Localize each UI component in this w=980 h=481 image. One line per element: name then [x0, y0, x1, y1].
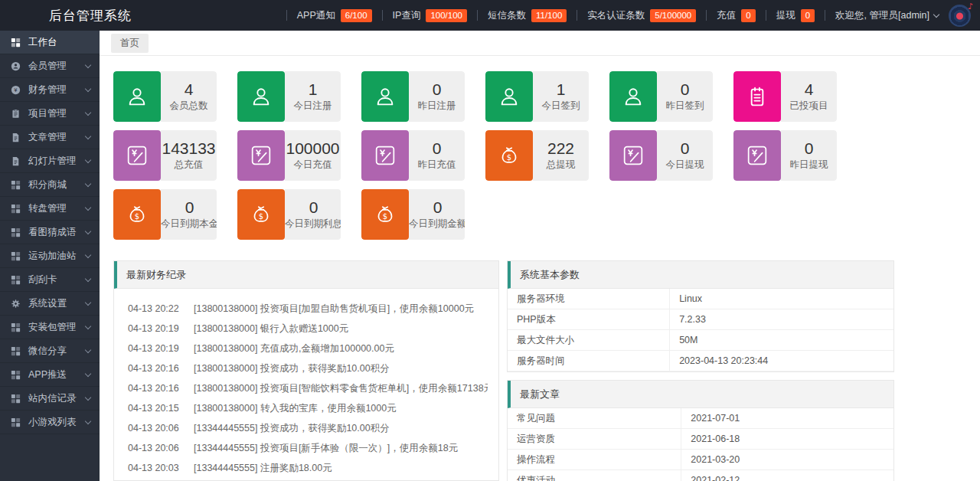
- svg-text:$: $: [507, 153, 511, 162]
- header-stat-badge: 6/100: [341, 9, 372, 22]
- article-row-label: 常见问题: [508, 408, 681, 429]
- yen-square-icon: [609, 130, 657, 181]
- header-stat-实名认证条数[interactable]: 实名认证条数5/100000: [587, 9, 696, 22]
- sidebar-item-刮刮卡[interactable]: 刮刮卡: [0, 268, 100, 292]
- header-stat-提现[interactable]: 提现0: [776, 9, 815, 22]
- stat-card-今日提现: 0今日提现: [609, 130, 713, 181]
- system-param-row: 服务器时间2023-04-13 20:23:44: [508, 351, 893, 371]
- financial-records-list: 04-13 20:22[13800138000] 投资项目[加盟自助售货机项目]…: [114, 289, 498, 478]
- chevron-down-icon: [85, 394, 91, 400]
- grid-icon: [10, 393, 21, 404]
- sidebar-item-项目管理[interactable]: 项目管理: [0, 102, 100, 126]
- sidebar-item-APP推送[interactable]: APP推送: [0, 363, 100, 387]
- system-param-row: 最大文件大小50M: [508, 330, 893, 351]
- system-param-row-label: PHP版本: [508, 309, 670, 330]
- sidebar-item-转盘管理[interactable]: 转盘管理: [0, 197, 100, 221]
- record-text: [13800138000] 银行入款赠送1000元: [194, 319, 348, 339]
- sidebar-item-label: 项目管理: [28, 107, 67, 120]
- record-text: [13800138000] 投资成功，获得奖励10.00积分: [194, 358, 390, 378]
- chevron-down-icon: [85, 322, 91, 329]
- header-stat-badge: 0: [801, 9, 815, 22]
- sidebar-item-label: 财务管理: [28, 83, 67, 97]
- stat-card-昨日签到: 0昨日签到: [609, 71, 713, 122]
- sidebar-item-系统设置[interactable]: 系统设置: [0, 292, 100, 316]
- header-stat-badge: 11/100: [531, 9, 567, 22]
- sidebar-item-会员管理[interactable]: 会员管理: [0, 54, 100, 78]
- stat-card-昨日注册: 0昨日注册: [361, 71, 465, 122]
- header-stat-IP查询[interactable]: IP查询100/100: [393, 9, 467, 22]
- chevron-down-icon: [85, 227, 91, 234]
- sidebar-item-运动加油站[interactable]: 运动加油站: [0, 244, 100, 268]
- record-text: [13800138000] 投资项目[智能饮料零食售货柜单机]，使用余额1713…: [194, 378, 488, 398]
- stat-label: 昨日提现: [790, 159, 828, 172]
- sidebar-item-文章管理[interactable]: 文章管理: [0, 126, 100, 149]
- header-separator: [577, 10, 577, 21]
- user-menu[interactable]: 欢迎您, 管理员[admin]: [835, 9, 939, 22]
- user-icon: [485, 71, 533, 122]
- sidebar-item-小游戏列表[interactable]: 小游戏列表: [0, 411, 100, 434]
- stat-value: 100000: [286, 139, 339, 157]
- record-time: 04-13 20:06: [128, 418, 194, 438]
- tab-home[interactable]: 首页: [111, 34, 149, 53]
- stat-card-body: 0今日到期金额: [409, 189, 465, 240]
- stat-card-会员总数: 4会员总数: [113, 71, 217, 122]
- header-stat-APP通知[interactable]: APP通知6/100: [297, 9, 372, 22]
- user-avatar[interactable]: ♪: [949, 5, 971, 27]
- stat-value: 0: [805, 139, 814, 157]
- grid-icon: [10, 345, 21, 357]
- moneybag-icon: $: [361, 189, 409, 240]
- stat-value: 0: [433, 198, 443, 216]
- sidebar-item-label: 积分商城: [28, 178, 67, 191]
- sidebar-item-幻灯片管理[interactable]: 幻灯片管理: [0, 149, 100, 173]
- grid-icon: [10, 417, 21, 428]
- article-row-label: 操作流程: [508, 450, 681, 470]
- header-stat-短信条数[interactable]: 短信条数11/100: [488, 9, 567, 22]
- stat-card-昨日充值: 0昨日充值: [361, 130, 465, 181]
- top-header: 后台管理系统 APP通知6/100IP查询100/100短信条数11/100实名…: [0, 0, 980, 31]
- chevron-down-icon: [85, 85, 91, 91]
- moneybag-icon: $: [113, 189, 161, 240]
- header-stat-充值[interactable]: 充值0: [717, 9, 755, 22]
- record-time: 04-13 20:16: [128, 358, 194, 378]
- stat-value: 0: [185, 198, 194, 216]
- sidebar-item-label: 看图猜成语: [28, 226, 77, 239]
- stat-value: 0: [681, 139, 690, 157]
- sidebar-item-安装包管理[interactable]: 安装包管理: [0, 316, 100, 339]
- article-row-value: 2021-06-18: [681, 429, 893, 450]
- moneybag-icon: $: [485, 130, 533, 181]
- sidebar-item-站内信记录[interactable]: 站内信记录: [0, 387, 100, 411]
- chevron-down-icon: [85, 346, 91, 352]
- stat-value: 0: [433, 139, 442, 157]
- article-row-value: 2021-02-12: [681, 470, 893, 481]
- sidebar-item-微信分享[interactable]: 微信分享: [0, 339, 100, 363]
- yen-square-icon: [113, 130, 161, 181]
- header-stat-label: 短信条数: [488, 9, 526, 22]
- header-stat-badge: 5/100000: [650, 9, 696, 22]
- sidebar-item-label: 安装包管理: [28, 321, 77, 334]
- financial-record-row: 04-13 20:22[13800138000] 投资项目[加盟自助售货机项目]…: [128, 299, 488, 319]
- grid-icon: [10, 274, 21, 286]
- sidebar-item-积分商城[interactable]: 积分商城: [0, 173, 100, 197]
- sidebar-item-工作台[interactable]: 工作台: [0, 31, 100, 54]
- stat-card-body: 0今日提现: [657, 130, 713, 181]
- stat-card-总充值: 143133总充值: [113, 130, 217, 181]
- stat-card-body: 1今日签到: [533, 71, 589, 122]
- stat-value: 4: [805, 80, 814, 98]
- article-row: 操作流程2021-03-20: [508, 450, 893, 470]
- header-stat-badge: 0: [741, 9, 755, 22]
- main-area: 首页 4会员总数1今日注册0昨日注册1今日签到0昨日签到4已投项目143133总…: [100, 31, 980, 481]
- header-separator: [766, 10, 766, 21]
- stat-card-总提现: $222总提现: [485, 130, 589, 181]
- sidebar-item-看图猜成语[interactable]: 看图猜成语: [0, 221, 100, 244]
- record-time: 04-13 20:16: [128, 378, 194, 398]
- system-param-row-value: 50M: [670, 330, 893, 351]
- system-param-row: 服务器环境Linux: [508, 289, 893, 309]
- sidebar-item-财务管理[interactable]: ¥财务管理: [0, 78, 100, 102]
- article-row-value: 2021-07-01: [681, 408, 893, 429]
- welcome-text: 欢迎您, 管理员[admin]: [835, 9, 929, 22]
- stat-card-body: 0今日到期本金: [161, 189, 217, 240]
- svg-text:$: $: [383, 212, 387, 221]
- panel-system-params-title: 系统基本参数: [508, 261, 893, 289]
- dashboard-content: 4会员总数1今日注册0昨日注册1今日签到0昨日签到4已投项目143133总充值1…: [100, 56, 980, 481]
- stat-card-body: 0昨日签到: [657, 71, 713, 122]
